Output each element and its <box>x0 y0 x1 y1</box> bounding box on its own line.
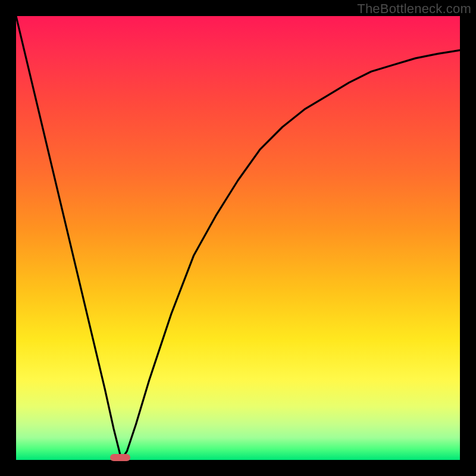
watermark-text: TheBottleneck.com <box>357 1 471 17</box>
bottleneck-curve <box>16 16 460 460</box>
curve-path <box>16 16 460 458</box>
chart-plot-area <box>16 16 460 460</box>
minimum-marker-pill <box>110 454 130 461</box>
